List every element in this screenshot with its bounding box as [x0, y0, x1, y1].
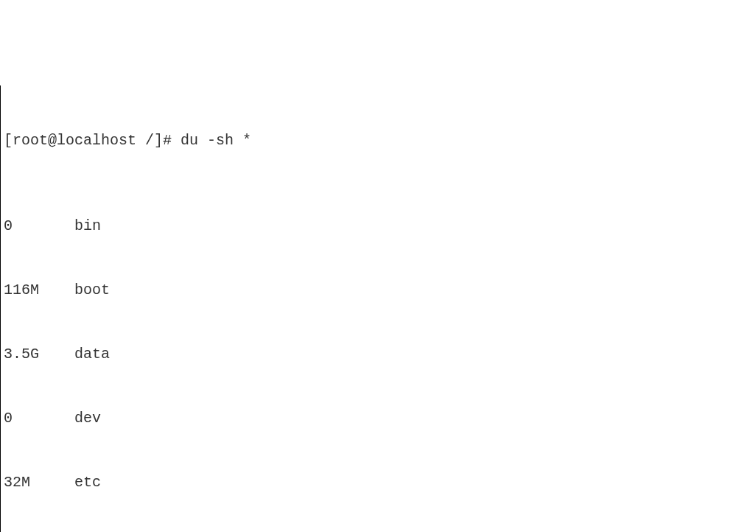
du-size: 32M	[4, 472, 74, 493]
terminal-output[interactable]: [root@localhost /]# du -sh * 0bin 116Mbo…	[0, 85, 756, 532]
du-row: 3.5Gdata	[4, 343, 756, 365]
du-size: 116M	[4, 279, 74, 301]
du-name: dev	[74, 407, 101, 429]
du-name: data	[74, 343, 110, 365]
prompt-line: [root@localhost /]# du -sh *	[4, 130, 756, 151]
du-row: 0dev	[4, 407, 756, 429]
du-name: boot	[74, 279, 110, 301]
du-row: 0bin	[4, 215, 756, 237]
shell-prompt: [root@localhost /]#	[4, 132, 181, 149]
du-name: bin	[74, 215, 101, 237]
du-size: 3.5G	[4, 343, 74, 365]
du-row: 116Mboot	[4, 279, 756, 301]
du-name: etc	[74, 472, 101, 493]
du-size: 0	[4, 215, 74, 237]
command-text: du -sh *	[181, 132, 251, 149]
du-size: 0	[4, 407, 74, 429]
du-row: 32Metc	[4, 472, 756, 493]
